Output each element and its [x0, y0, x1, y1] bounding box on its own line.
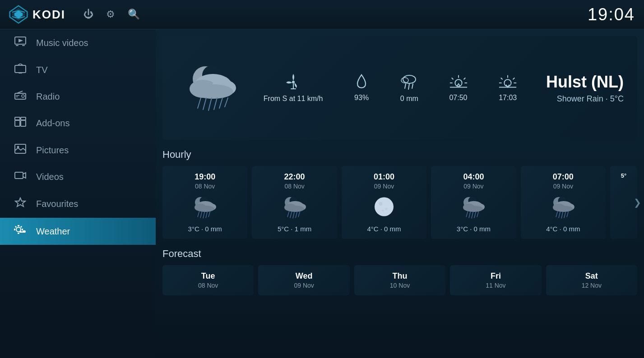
svg-line-102 [477, 211, 479, 217]
hourly-time-1: 22:00 [284, 172, 305, 182]
hourly-date-3: 09 Nov [463, 183, 483, 190]
hourly-time-5: 5° [621, 172, 626, 179]
hourly-temp-0: 3°C · 0 mm [188, 225, 222, 233]
search-icon[interactable]: 🔍 [128, 9, 140, 20]
svg-line-110 [559, 211, 561, 218]
svg-line-73 [200, 211, 202, 218]
wind-detail: From S at 11 km/h [264, 73, 323, 103]
sidebar-item-tv[interactable]: TV [0, 56, 156, 83]
sidebar-item-music-videos[interactable]: Music videos [0, 29, 156, 56]
forecast-date-2: 10 Nov [390, 282, 410, 289]
hourly-icon-1 [279, 194, 310, 220]
favourites-icon [14, 197, 27, 211]
hourly-card-5[interactable]: 5° [610, 166, 637, 239]
sidebar-item-videos[interactable]: Videos [0, 164, 156, 190]
hourly-card-0[interactable]: 19:00 08 Nov 3°C · 0 mm [162, 166, 247, 239]
svg-point-14 [22, 95, 24, 97]
sunrise-detail: 07:50 [449, 74, 468, 102]
svg-point-47 [403, 75, 416, 83]
svg-line-61 [501, 78, 503, 79]
svg-point-97 [465, 206, 483, 212]
svg-point-91 [382, 210, 384, 211]
forecast-date-0: 08 Nov [198, 282, 218, 289]
hourly-icon-3 [458, 194, 489, 220]
sidebar-item-pictures[interactable]: Pictures [0, 137, 156, 164]
forecast-date-1: 09 Nov [294, 282, 314, 289]
forecast-day-0: Tue [201, 271, 215, 281]
humidity-detail: 93% [353, 74, 370, 102]
svg-rect-45 [293, 83, 294, 89]
hourly-card-4[interactable]: 07:00 09 Nov 4°C · 0 mm [521, 166, 606, 239]
scroll-indicator-right: ❯ [634, 197, 641, 208]
svg-line-39 [203, 98, 206, 110]
svg-rect-19 [15, 117, 20, 120]
svg-line-87 [298, 211, 300, 217]
hourly-icon-2 [368, 194, 400, 220]
sunset-icon [498, 74, 517, 90]
forecast-day-2: Thu [393, 271, 408, 281]
forecast-card-thu[interactable]: Thu 10 Nov [354, 265, 445, 295]
forecast-card-tue[interactable]: Tue 08 Nov [162, 265, 254, 295]
forecast-section-title: Forecast [162, 248, 637, 260]
svg-rect-23 [15, 172, 23, 179]
svg-line-85 [293, 211, 295, 218]
forecast-card-fri[interactable]: Fri 11 Nov [450, 265, 541, 295]
weather-details-row: From S at 11 km/h 93% 0 mm [248, 73, 533, 103]
forecast-day-3: Fri [491, 271, 501, 281]
svg-rect-29 [22, 229, 23, 230]
hourly-section-title: Hourly [162, 149, 637, 161]
sidebar-item-add-ons[interactable]: Add-ons [0, 110, 156, 137]
hourly-icon-4 [547, 194, 579, 220]
forecast-card-wed[interactable]: Wed 09 Nov [258, 265, 349, 295]
power-icon[interactable]: ⏻ [83, 9, 93, 20]
svg-line-113 [567, 211, 569, 217]
svg-rect-11 [15, 65, 26, 73]
svg-line-98 [466, 211, 468, 217]
svg-line-84 [290, 211, 292, 218]
svg-rect-18 [21, 120, 26, 126]
svg-rect-17 [15, 120, 20, 126]
sunset-label: 17:03 [499, 94, 517, 102]
hourly-temp-3: 3°C · 0 mm [457, 225, 491, 233]
sidebar-label-favourites: Favourites [36, 199, 78, 209]
svg-line-111 [561, 211, 563, 218]
svg-rect-30 [15, 226, 17, 228]
hourly-time-3: 04:00 [463, 172, 484, 182]
svg-line-72 [198, 211, 199, 217]
svg-line-75 [206, 211, 208, 218]
forecast-card-sat[interactable]: Sat 12 Nov [546, 265, 637, 295]
sidebar-item-weather[interactable]: Weather [0, 218, 156, 245]
clock-display: 19:04 [588, 5, 635, 24]
sunrise-label: 07:50 [449, 94, 467, 102]
humidity-icon [353, 74, 370, 90]
hourly-icon-0 [189, 194, 221, 220]
svg-point-108 [555, 206, 573, 212]
hourly-time-0: 19:00 [195, 172, 215, 182]
forecast-container: Tue 08 Nov Wed 09 Nov Thu 10 Nov Fri 11 … [162, 265, 637, 295]
sidebar-item-radio[interactable]: Radio [0, 83, 156, 110]
weather-icon [14, 225, 27, 238]
sidebar-label-radio: Radio [36, 92, 60, 102]
humidity-label: 93% [354, 94, 369, 102]
svg-rect-12 [19, 73, 22, 73]
hourly-date-4: 09 Nov [553, 183, 573, 190]
sidebar-label-add-ons: Add-ons [36, 118, 70, 129]
svg-point-90 [385, 208, 388, 211]
sidebar-label-videos: Videos [36, 172, 64, 182]
svg-line-99 [469, 211, 471, 218]
hourly-card-2[interactable]: 01:00 09 Nov 4°C · 0 mm [342, 166, 426, 239]
sidebar: Music videos TV Radio Add-ons Pictures V… [0, 29, 156, 358]
radio-icon [14, 91, 27, 102]
hourly-card-1[interactable]: 22:00 08 Nov 5°C · 1 mm [252, 166, 337, 239]
header-controls: ⏻ ⚙ 🔍 [83, 9, 140, 20]
sidebar-item-favourites[interactable]: Favourites [0, 190, 156, 218]
settings-icon[interactable]: ⚙ [106, 9, 115, 20]
svg-point-52 [455, 79, 462, 86]
svg-point-89 [379, 202, 383, 206]
svg-point-88 [375, 197, 394, 216]
sidebar-label-pictures: Pictures [36, 145, 69, 156]
hourly-temp-2: 4°C · 0 mm [367, 225, 401, 233]
pictures-icon [14, 144, 27, 156]
hourly-card-3[interactable]: 04:00 09 Nov 3°C · 0 mm [431, 166, 516, 239]
svg-line-55 [463, 78, 465, 79]
